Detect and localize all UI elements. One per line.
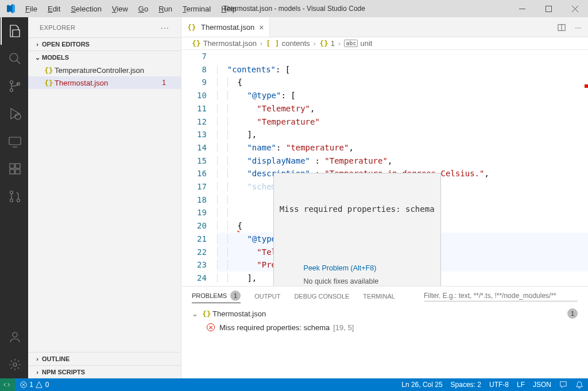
panel-tabs: PROBLEMS 1 OUTPUT DEBUG CONSOLE TERMINAL [181, 287, 588, 305]
svg-rect-10 [9, 137, 21, 145]
status-spaces[interactable]: Spaces: 2 [451, 381, 481, 389]
workspace-section[interactable]: ⌄MODELS [28, 51, 181, 64]
window-controls [509, 0, 588, 17]
window-title: Thermostat.json - models - Visual Studio… [223, 5, 365, 13]
remote-indicator[interactable] [0, 378, 15, 391]
bottom-panel: PROBLEMS 1 OUTPUT DEBUG CONSOLE TERMINAL… [181, 286, 588, 378]
activity-search[interactable] [1, 45, 28, 72]
svg-point-19 [13, 332, 17, 337]
menu-bar: FFileile Edit Selection View Go Run Term… [20, 2, 242, 16]
npm-scripts-section[interactable]: ›NPM SCRIPTS [28, 366, 181, 378]
error-icon: ✕ [207, 323, 215, 331]
activity-run-debug[interactable] [1, 100, 28, 127]
hover-message: Miss required properties: schema [280, 203, 435, 216]
svg-point-16 [10, 191, 13, 194]
status-eol[interactable]: LF [517, 381, 525, 389]
filter-input[interactable] [424, 291, 578, 301]
svg-line-5 [17, 60, 20, 64]
activity-remote[interactable] [1, 127, 28, 155]
menu-selection[interactable]: Selection [65, 2, 106, 16]
svg-point-20 [13, 363, 17, 366]
svg-rect-12 [10, 164, 14, 168]
peek-problem-link[interactable]: Peek Problem (Alt+F8) [304, 264, 377, 272]
explorer-actions-icon[interactable]: ··· [160, 22, 169, 32]
activity-explorer[interactable] [1, 17, 28, 45]
svg-point-6 [10, 81, 13, 84]
file-temperature-controller[interactable]: {} TemperatureController.json [28, 64, 181, 76]
error-badge: 1 [162, 79, 166, 87]
problem-location: [19, 5] [333, 323, 354, 332]
svg-rect-13 [16, 164, 20, 168]
activity-bar [0, 17, 28, 378]
code-editor[interactable]: 789101112131415161718192021222324 "conte… [181, 50, 588, 286]
tab-label: Thermostat.json [201, 23, 254, 32]
svg-rect-14 [10, 169, 14, 174]
close-button[interactable] [562, 0, 588, 17]
app-icon [0, 4, 20, 13]
activity-source-control[interactable] [1, 72, 28, 100]
editor-tabs: {} Thermostat.json × ··· [181, 17, 588, 37]
no-quick-fix-label: No quick fixes available [304, 277, 379, 285]
minimize-button[interactable] [509, 0, 535, 17]
split-editor-icon[interactable] [558, 22, 566, 32]
status-cursor-position[interactable]: Ln 26, Col 25 [401, 381, 442, 389]
menu-terminal[interactable]: Terminal [177, 2, 216, 16]
svg-point-4 [10, 53, 18, 61]
line-gutter: 789101112131415161718192021222324 [181, 50, 217, 286]
tab-terminal[interactable]: TERMINAL [363, 293, 395, 300]
more-actions-icon[interactable]: ··· [575, 23, 581, 32]
status-notifications-icon[interactable] [575, 381, 583, 389]
problems-count-badge: 1 [230, 291, 241, 301]
svg-point-7 [10, 89, 13, 92]
json-icon: {} [187, 23, 198, 32]
menu-run[interactable]: Run [153, 2, 177, 16]
maximize-button[interactable] [535, 0, 562, 17]
svg-point-18 [17, 199, 20, 202]
status-feedback-icon[interactable] [559, 381, 567, 389]
tab-output[interactable]: OUTPUT [254, 293, 280, 300]
explorer-title: EXPLORER ··· [28, 17, 181, 37]
menu-file[interactable]: FFileile [20, 2, 42, 16]
status-language[interactable]: JSON [533, 381, 551, 389]
breadcrumbs[interactable]: {} Thermostat.json › [ ] contents › {} 1… [181, 37, 588, 50]
title-bar: FFileile Edit Selection View Go Run Term… [0, 0, 588, 17]
explorer-sidebar: EXPLORER ··· ›OPEN EDITORS ⌄MODELS {} Te… [28, 17, 181, 378]
activity-git-pr[interactable] [1, 183, 28, 210]
json-icon: {} [202, 309, 212, 318]
open-editors-section[interactable]: ›OPEN EDITORS [28, 38, 181, 51]
svg-point-17 [10, 199, 13, 202]
status-errors-warnings[interactable]: 1 0 [20, 381, 49, 389]
menu-view[interactable]: View [107, 2, 133, 16]
panel-filter[interactable] [424, 291, 578, 301]
problem-message: Miss required properties: schema [219, 323, 330, 332]
file-thermostat[interactable]: {} Thermostat.json 1 [28, 76, 181, 89]
activity-accounts[interactable] [1, 323, 28, 351]
problem-file-row[interactable]: ⌄ {} Thermostat.json 1 [181, 307, 588, 320]
svg-rect-1 [546, 6, 551, 11]
close-icon[interactable]: × [259, 23, 264, 32]
editor-area: {} Thermostat.json × ··· {} Thermostat.j… [181, 17, 588, 378]
hover-popup: Miss required properties: schema Peek Pr… [273, 173, 441, 286]
activity-extensions[interactable] [1, 155, 28, 183]
outline-section[interactable]: ›OUTLINE [28, 353, 181, 365]
tab-debug-console[interactable]: DEBUG CONSOLE [294, 293, 349, 300]
json-icon: {} [44, 66, 55, 75]
code-content[interactable]: "contents": [ { "@type": [ "Telemetry", … [217, 50, 588, 286]
file-problem-count: 1 [567, 308, 578, 319]
activity-settings[interactable] [1, 351, 28, 378]
json-icon: {} [44, 79, 55, 87]
status-bar: 1 0 Ln 26, Col 25 Spaces: 2 UTF-8 LF JSO… [0, 378, 588, 391]
status-encoding[interactable]: UTF-8 [489, 381, 509, 389]
menu-go[interactable]: Go [133, 2, 153, 16]
menu-edit[interactable]: Edit [42, 2, 65, 16]
problem-item[interactable]: ✕ Miss required properties: schema [19, … [181, 320, 588, 334]
tab-problems[interactable]: PROBLEMS 1 [192, 291, 241, 303]
svg-rect-15 [16, 169, 20, 174]
tab-thermostat[interactable]: {} Thermostat.json × [181, 17, 270, 37]
